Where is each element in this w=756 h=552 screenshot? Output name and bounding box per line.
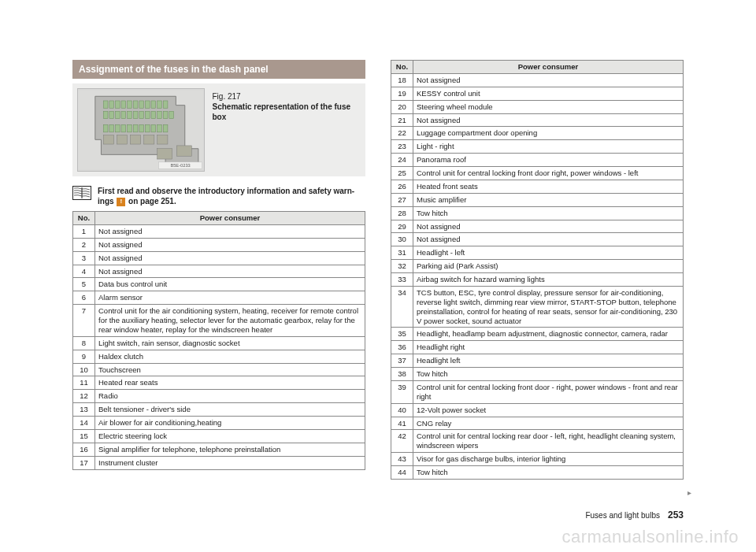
fuse-number: 33 [391,273,413,287]
fuse-number: 34 [391,286,413,328]
fuse-consumer: TCS button, ESC, tyre control display, p… [413,286,684,328]
figure-code-label: B5E-0233 [170,163,190,168]
table-row: 8Light switch, rain sensor, diagnostic s… [73,336,365,350]
fuse-table-right: No. Power consumer 18Not assigned19KESSY… [391,60,684,480]
table-row: 26Heated front seats [391,180,684,193]
svg-rect-36 [117,135,127,144]
svg-rect-18 [139,111,144,118]
fuse-consumer: Panorama roof [413,154,684,167]
table-header-row: No. Power consumer [73,212,365,225]
fuse-consumer: Light switch, rain sensor, diagnostic so… [95,336,365,350]
svg-rect-35 [103,135,113,144]
fuse-consumer: Instrument cluster [95,456,365,469]
fuse-number: 16 [73,443,95,456]
fuse-consumer: Haldex clutch [95,350,365,363]
table-row: 6Alarm sensor [73,291,365,305]
svg-rect-31 [145,124,150,132]
svg-rect-32 [151,124,156,132]
safety-note-text: First read and observe the introductory … [98,186,354,206]
figure-number: Fig. 217 [213,91,361,102]
table-row: 20Steering wheel module [391,100,684,113]
fuse-number: 7 [73,305,95,337]
fuse-number: 39 [391,380,413,403]
svg-rect-8 [145,101,150,108]
table-row: 38Tow hitch [391,368,684,381]
svg-rect-21 [158,111,162,118]
fuse-number: 13 [73,403,95,417]
fuse-number: 36 [391,341,413,354]
note-line-c: on page 251. [126,197,176,206]
svg-rect-23 [169,111,174,118]
fuse-consumer: Control unit for central locking front d… [413,380,684,403]
fuse-consumer: Headlight right [413,341,684,354]
fuse-number: 6 [73,291,95,305]
fuse-number: 30 [391,233,413,246]
figure-title: Schematic representation of the fuse box [213,102,351,121]
fuse-number: 11 [73,376,95,390]
fuse-consumer: Not assigned [95,238,365,251]
fuse-consumer: Light - right [413,140,684,154]
fuse-consumer: Luggage compartment door opening [413,127,684,140]
fuse-consumer: Headlight, headlamp beam adjustment, dia… [413,328,684,341]
fuse-number: 4 [73,265,95,278]
table-row: 35Headlight, headlamp beam adjustment, d… [391,328,684,341]
fuse-consumer: Not assigned [95,224,365,238]
svg-rect-22 [163,111,168,118]
fuse-consumer: Tow hitch [413,466,684,480]
fuse-number: 25 [391,167,413,180]
svg-rect-17 [133,111,138,118]
fuse-consumer: Not assigned [413,113,684,127]
svg-rect-38 [144,135,154,144]
fuse-consumer: Alarm sensor [95,291,365,305]
fuse-number: 15 [73,429,95,443]
fuse-number: 32 [391,260,413,273]
fuse-number: 19 [391,87,413,100]
footer-section: Fuses and light bulbs [585,511,660,520]
fuse-consumer: Air blower for air conditioning,heating [95,417,365,430]
fuse-number: 40 [391,403,413,417]
table-row: 19KESSY control unit [391,87,684,100]
svg-rect-10 [158,101,162,108]
table-row: 4Not assigned [73,265,365,278]
table-row: 41CNG relay [391,417,684,430]
table-row: 29Not assigned [391,220,684,233]
fuse-consumer: Heated rear seats [95,376,365,390]
table-row: 21Not assigned [391,113,684,127]
fuse-number: 2 [73,238,95,251]
svg-rect-37 [130,135,140,144]
svg-rect-39 [158,135,168,144]
figure-block: B5E-0233 Fig. 217 Schematic representati… [72,83,365,176]
table-row: 14Air blower for air conditioning,heatin… [73,417,365,430]
fuse-number: 35 [391,328,413,341]
svg-rect-16 [128,111,132,118]
fuse-number: 14 [73,417,95,430]
table-row: 17Instrument cluster [73,456,365,469]
svg-rect-12 [103,111,108,118]
page-number: 253 [668,509,684,521]
svg-rect-30 [139,124,144,132]
fuse-number: 41 [391,417,413,430]
fuse-consumer: Belt tensioner - driver's side [95,403,365,417]
table-row: 37Headlight left [391,354,684,368]
svg-rect-25 [109,124,114,132]
fuse-consumer: CNG relay [413,417,684,430]
fuse-number: 43 [391,453,413,466]
fuse-consumer: Not assigned [413,233,684,246]
fuse-consumer: Music amplifier [413,193,684,206]
svg-rect-29 [133,124,138,132]
table-row: 4012-Volt power socket [391,403,684,417]
fuse-consumer: Control unit for central locking front d… [413,167,684,180]
table-row: 23Light - right [391,140,684,154]
fuse-consumer: Control unit for central locking rear do… [413,430,684,453]
table-row: 34TCS button, ESC, tyre control display,… [391,286,684,328]
svg-rect-41 [158,149,172,159]
fuse-consumer: Not assigned [413,73,684,87]
fuse-table-left: No. Power consumer 1Not assigned2Not ass… [72,211,365,470]
fuse-consumer: Steering wheel module [413,100,684,113]
table-row: 5Data bus control unit [73,278,365,291]
page: Assignment of the fuses in the dash pane… [0,0,756,552]
fuse-consumer: Data bus control unit [95,278,365,291]
fuse-consumer: Control unit for the air conditioning sy… [95,305,365,337]
fuse-consumer: Heated front seats [413,180,684,193]
fuse-number: 38 [391,368,413,381]
